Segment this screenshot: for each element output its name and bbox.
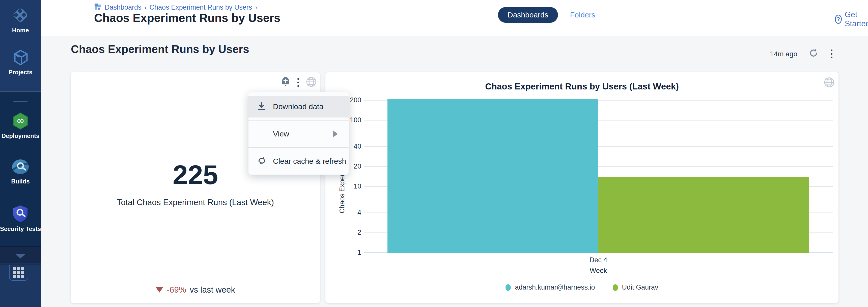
tile-context-menu: Download data View Clear cache & refresh (248, 92, 349, 175)
kpi-caption: Total Chaos Experiment Runs (Last Week) (71, 198, 320, 207)
menu-item-label: View (273, 130, 289, 138)
sidebar-item-label: Security Tests (0, 225, 41, 232)
sidebar-item-label: Builds (0, 178, 41, 185)
sidebar-item-builds[interactable]: Builds (0, 158, 41, 185)
chart-legend: adarsh.kumar@harness.ioUdit Gaurav (326, 283, 838, 291)
sidebar-item-label: Projects (0, 69, 41, 76)
breadcrumb-link-dashboards[interactable]: Dashboards (105, 3, 142, 11)
grid-icon (13, 267, 24, 278)
breadcrumb-link-current[interactable]: Chaos Experiment Runs by Users (150, 3, 252, 11)
legend-label: adarsh.kumar@harness.io (515, 283, 595, 291)
svg-text:∞: ∞ (17, 115, 25, 126)
chevron-down-icon (16, 254, 26, 258)
dashboard-section-title: Chaos Experiment Runs by Users (71, 43, 249, 56)
module-grid-button[interactable] (9, 264, 28, 281)
refresh-icon[interactable] (808, 48, 818, 60)
last-refreshed-text: 14m ago (770, 50, 797, 58)
builds-drone-icon (0, 158, 41, 175)
download-icon (257, 102, 266, 112)
menu-item-download-data[interactable]: Download data (248, 96, 349, 117)
sidebar-item-home[interactable]: Home (0, 6, 41, 34)
sidebar-item-projects[interactable]: Projects (0, 50, 41, 76)
breadcrumb: Dashboards › Chaos Experiment Runs by Us… (95, 3, 257, 12)
sidebar-item-label: Home (0, 27, 41, 34)
sidebar-item-label: Deployments (0, 132, 41, 139)
top-header: Dashboards › Chaos Experiment Runs by Us… (41, 0, 868, 35)
projects-cube-icon (0, 50, 41, 66)
sidebar-bottom-section (0, 264, 41, 307)
breadcrumb-separator: › (145, 4, 147, 11)
kpi-delta-value: -69% (167, 285, 186, 295)
kpi-delta-suffix: vs last week (190, 285, 235, 295)
menu-item-label: Download data (273, 102, 323, 111)
dashboard-refresh-controls: 14m ago (770, 48, 833, 60)
tab-folders[interactable]: Folders (570, 10, 595, 19)
tab-dashboards[interactable]: Dashboards (498, 7, 558, 23)
bar-chart: Chaos Experiment Runs Dec 4 Week adarsh.… (326, 72, 838, 303)
legend-dot-icon (505, 284, 511, 291)
sidebar-nav: Home Projects ∞ (0, 0, 41, 307)
menu-separator (248, 147, 349, 148)
app-root: Home Projects ∞ (0, 0, 868, 307)
alert-bell-icon[interactable] (280, 76, 291, 88)
dashboards-grid-icon (95, 3, 102, 12)
menu-item-label: Clear cache & refresh (273, 157, 346, 166)
sidebar-item-security-tests[interactable]: Security Tests (0, 205, 41, 232)
menu-item-clear-cache-refresh[interactable]: Clear cache & refresh (248, 150, 349, 172)
globe-icon[interactable] (306, 76, 317, 88)
dashboard-content: Chaos Experiment Runs by Users 14m ago (41, 36, 868, 307)
question-circle-icon: ? (835, 15, 842, 24)
security-shield-icon (0, 205, 41, 223)
kpi-delta: -69% vs last week (71, 285, 320, 295)
bar-series-1[interactable] (388, 99, 598, 253)
kpi-tile-toolbar (280, 76, 317, 88)
menu-item-view[interactable]: View (248, 123, 349, 145)
legend-item[interactable]: Udit Gaurav (613, 283, 658, 291)
chart-tile: Chaos Experiment Runs by Users (Last Wee… (326, 72, 838, 303)
x-axis-title: Week (590, 267, 607, 275)
breadcrumb-separator: › (255, 4, 257, 11)
down-triangle-icon (156, 287, 163, 292)
page-title: Chaos Experiment Runs by Users (94, 11, 280, 25)
bar-series-2[interactable] (598, 177, 809, 253)
harness-logo-icon (0, 6, 41, 24)
submenu-arrow-icon (333, 131, 338, 137)
legend-label: Udit Gaurav (622, 283, 658, 291)
y-axis-tick-label: 2 (331, 229, 361, 236)
y-axis-tick-label: 10 (331, 183, 361, 190)
get-started-label: Get Started (845, 10, 868, 28)
sidebar-item-deployments[interactable]: ∞ Deployments (0, 112, 41, 139)
x-axis-tick-label: Dec 4 (590, 256, 608, 264)
dashboard-more-actions-icon[interactable] (830, 49, 833, 59)
sidebar-collapse-strip[interactable] (0, 246, 41, 264)
kpi-tile-more-icon[interactable] (297, 77, 300, 88)
y-axis-tick-label: 4 (331, 209, 361, 217)
deployments-hexagon-icon: ∞ (0, 112, 41, 130)
get-started-link[interactable]: ? Get Started (835, 10, 868, 28)
header-tabs: Dashboards Folders (498, 7, 595, 23)
sidebar-divider (13, 101, 28, 102)
legend-dot-icon (613, 284, 618, 291)
y-axis-tick-label: 1 (331, 249, 361, 256)
legend-item[interactable]: adarsh.kumar@harness.io (505, 283, 595, 291)
menu-separator (248, 120, 349, 120)
sync-refresh-icon (257, 156, 267, 167)
